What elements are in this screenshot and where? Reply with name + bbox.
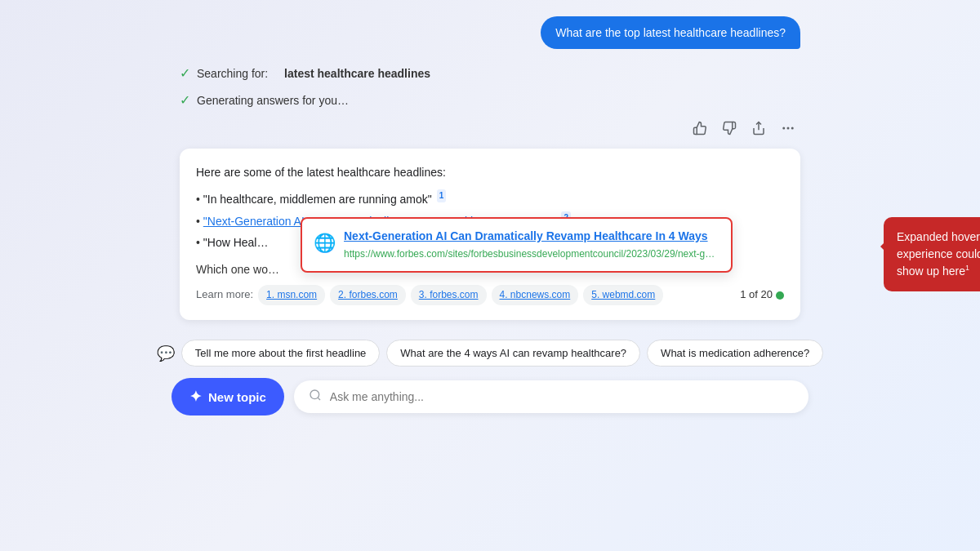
answer-card: Here are some of the latest healthcare h…: [180, 149, 800, 320]
new-topic-label: New topic: [208, 390, 266, 404]
source-1[interactable]: 1. msn.com: [258, 285, 325, 305]
learn-more-row: Learn more: 1. msn.com 2. forbes.com 3. …: [196, 285, 784, 305]
answer-intro: Here are some of the latest healthcare h…: [196, 163, 784, 181]
svg-line-5: [318, 398, 320, 401]
hover-callout-text: Expanded hover experience could show up …: [897, 230, 980, 278]
learn-more-label: Learn more:: [196, 287, 253, 304]
answer-area: Here are some of the latest healthcare h…: [180, 149, 800, 320]
generating-label: Generating answers for you…: [197, 94, 349, 107]
page-indicator-text: 1 of 20: [740, 287, 773, 304]
hover-popup-title[interactable]: Next-Generation AI Can Dramatically Reva…: [344, 227, 719, 245]
list-item-1-text: "In healthcare, middlemen are running am…: [203, 193, 432, 206]
green-dot-icon: [776, 291, 784, 300]
svg-point-2: [787, 127, 790, 130]
new-topic-icon: ✦: [189, 388, 202, 406]
hover-popup: 🌐 Next-Generation AI Can Dramatically Re…: [301, 217, 733, 273]
search-input-icon: [309, 389, 322, 405]
list-item-1: "In healthcare, middlemen are running am…: [196, 188, 784, 210]
search-input[interactable]: [330, 390, 794, 403]
search-input-wrap: [294, 380, 808, 413]
source-5[interactable]: 5. webmd.com: [583, 285, 663, 305]
suggestions-icon: 💬: [157, 344, 175, 362]
hover-popup-url: https://www.forbes.com/sites/forbesbusin…: [344, 247, 719, 262]
check-icon-gen: ✓: [180, 92, 190, 108]
hover-popup-content: Next-Generation AI Can Dramatically Reva…: [344, 227, 719, 263]
user-message-row: What are the top latest healthcare headl…: [180, 16, 800, 49]
dislike-button[interactable]: [717, 118, 742, 139]
new-topic-button[interactable]: ✦ New topic: [172, 378, 284, 415]
source-4[interactable]: 4. nbcnews.com: [492, 285, 579, 305]
check-icon-search: ✓: [180, 65, 190, 81]
hover-callout: Expanded hover experience could show up …: [884, 217, 980, 291]
searching-label: Searching for:: [197, 67, 268, 80]
searching-query: latest healthcare headlines: [284, 67, 430, 80]
hover-callout-sup: 1: [965, 264, 969, 272]
share-button[interactable]: [746, 118, 771, 139]
action-toolbar: [180, 118, 800, 139]
svg-point-1: [782, 127, 785, 130]
generating-status: ✓ Generating answers for you…: [180, 92, 800, 108]
suggestion-1[interactable]: Tell me more about the first headline: [181, 340, 381, 367]
main-container: What are the top latest healthcare headl…: [0, 0, 980, 551]
user-bubble: What are the top latest healthcare headl…: [541, 16, 800, 49]
cite-1: 1: [437, 189, 447, 202]
searching-status: ✓ Searching for: latest healthcare headl…: [180, 65, 800, 81]
suggestion-3[interactable]: What is medication adherence?: [647, 340, 823, 367]
list-item-3-text: "How Heal…: [203, 236, 269, 249]
svg-point-3: [791, 127, 794, 130]
svg-point-4: [310, 390, 319, 399]
suggestions-row: 💬 Tell me more about the first headline …: [180, 340, 800, 367]
globe-icon: 🌐: [314, 229, 336, 257]
chat-area: What are the top latest healthcare headl…: [180, 16, 800, 367]
page-indicator: 1 of 20: [740, 287, 784, 304]
more-button[interactable]: [776, 118, 800, 139]
bottom-bar: ✦ New topic: [172, 378, 808, 415]
source-3[interactable]: 3. forbes.com: [411, 285, 487, 305]
like-button[interactable]: [688, 118, 712, 139]
source-2[interactable]: 2. forbes.com: [330, 285, 406, 305]
suggestion-2[interactable]: What are the 4 ways AI can revamp health…: [386, 340, 640, 367]
